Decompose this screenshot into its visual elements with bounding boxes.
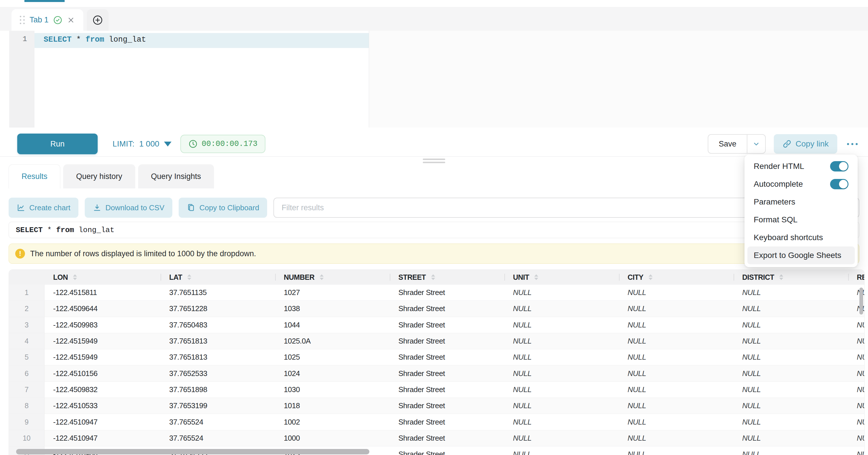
column-header[interactable]: RE (848, 270, 865, 285)
cell-city: NULL (619, 430, 734, 446)
column-header[interactable]: DISTRICT (734, 270, 848, 285)
cell-city: NULL (619, 301, 734, 316)
cell-lon: -122.4510533 (44, 398, 161, 414)
row-number: 3 (9, 317, 44, 333)
drag-grip-icon[interactable] (20, 16, 25, 24)
cell-district: NULL (734, 365, 848, 381)
sort-icon[interactable] (779, 274, 783, 280)
sort-icon[interactable] (73, 274, 77, 280)
column-header[interactable]: STREET (390, 270, 504, 285)
download-icon (93, 203, 101, 212)
column-header[interactable]: LON (44, 270, 161, 285)
cell-region: NULL (848, 446, 865, 455)
sql-editor[interactable]: 1 SELECT * from long_lat (0, 31, 868, 127)
cell-region: NULL (848, 365, 865, 381)
cell-street: Shrader Street (390, 349, 504, 365)
cell-lon: -122.4510947 (44, 414, 161, 430)
cell-street: Shrader Street (390, 382, 504, 398)
toggle-switch[interactable] (830, 179, 848, 189)
save-options-button[interactable] (747, 135, 765, 153)
panel-resize-handle[interactable] (423, 158, 445, 163)
cell-district: NULL (734, 446, 848, 455)
row-number: 4 (9, 333, 44, 349)
sort-icon[interactable] (320, 274, 324, 280)
sort-icon[interactable] (649, 274, 653, 280)
results-tab[interactable]: Results (9, 164, 60, 188)
run-button[interactable]: Run (17, 133, 98, 154)
cell-unit: NULL (504, 414, 619, 430)
plus-circle-icon (92, 14, 103, 26)
table-row: 3 -122.4509983 37.7650483 1044 Shrader S… (9, 317, 864, 333)
row-number: 6 (9, 365, 44, 381)
cell-lat: 37.7650483 (161, 317, 275, 333)
results-tab[interactable]: Query history (63, 164, 135, 188)
cell-lon: -122.4509983 (44, 317, 161, 333)
cell-number: 1038 (275, 301, 390, 316)
cell-lat: 37.7651813 (161, 333, 275, 349)
cell-district: NULL (734, 382, 848, 398)
table-row: 5 -122.4515949 37.7651813 1025 Shrader S… (9, 349, 864, 365)
sort-icon[interactable] (534, 274, 538, 280)
menu-item[interactable]: Keyboard shortcuts (747, 229, 855, 246)
toggle-switch[interactable] (830, 161, 848, 172)
cell-lon: -122.4510947 (44, 430, 161, 446)
copy-clipboard-button[interactable]: Copy to Clipboard (179, 198, 267, 218)
execution-timer: 00:00:00.173 (180, 135, 266, 153)
cell-region: NULL (848, 333, 865, 349)
horizontal-scrollbar-thumb[interactable] (16, 449, 369, 454)
cell-street: Shrader Street (390, 285, 504, 300)
column-header[interactable]: UNIT (504, 270, 619, 285)
cell-number: 1000 (275, 430, 390, 446)
cell-unit: NULL (504, 301, 619, 316)
cell-district: NULL (734, 430, 848, 446)
query-tab[interactable]: Tab 1 (11, 9, 83, 31)
sort-icon[interactable] (431, 274, 435, 280)
limit-dropdown[interactable]: LIMIT: 1 000 (113, 133, 172, 154)
row-number-header (9, 270, 44, 285)
cell-number: 1002 (275, 414, 390, 430)
chart-icon (17, 203, 25, 212)
save-button[interactable]: Save (708, 135, 747, 153)
cell-city: NULL (619, 285, 734, 300)
menu-item[interactable]: Render HTML (747, 157, 855, 175)
menu-item[interactable]: Autocomplete (747, 175, 855, 193)
results-tab[interactable]: Query Insights (138, 164, 214, 188)
column-header[interactable]: LAT (161, 270, 275, 285)
cell-district: NULL (734, 398, 848, 414)
menu-item[interactable]: Export to Google Sheets (747, 246, 855, 264)
cell-number: 1025 (275, 349, 390, 365)
link-icon (782, 139, 792, 149)
download-csv-button[interactable]: Download to CSV (85, 198, 172, 218)
cell-district: NULL (734, 285, 848, 300)
column-header[interactable]: NUMBER (275, 270, 390, 285)
column-header[interactable]: CITY (619, 270, 734, 285)
cell-street: Shrader Street (390, 333, 504, 349)
cell-region: NULL (848, 414, 865, 430)
cell-city: NULL (619, 446, 734, 455)
sql-code-line[interactable]: SELECT * from long_lat (44, 35, 146, 44)
cell-city: NULL (619, 349, 734, 365)
copy-link-button[interactable]: Copy link (774, 134, 837, 154)
menu-item[interactable]: Format SQL (747, 211, 855, 229)
sort-icon[interactable] (187, 274, 191, 280)
cell-lat: 37.7651898 (161, 382, 275, 398)
cell-street: Shrader Street (390, 317, 504, 333)
table-row: 1 -122.4515811 37.7651135 1027 Shrader S… (9, 285, 864, 301)
table-row: 4 -122.4515949 37.7651813 1025.0A Shrade… (9, 333, 864, 349)
vertical-scrollbar-thumb[interactable] (859, 287, 863, 314)
cell-district: NULL (734, 349, 848, 365)
cell-city: NULL (619, 317, 734, 333)
cell-unit: NULL (504, 333, 619, 349)
create-chart-button[interactable]: Create chart (9, 198, 79, 218)
more-options-button[interactable] (845, 140, 859, 148)
cell-lat: 37.7653199 (161, 398, 275, 414)
line-number: 1 (22, 35, 27, 43)
cell-lon: -122.4515949 (44, 349, 161, 365)
cell-unit: NULL (504, 382, 619, 398)
cell-region: NULL (848, 349, 865, 365)
new-tab-button[interactable] (87, 9, 108, 31)
close-tab-icon[interactable] (67, 16, 75, 24)
save-split-button: Save (708, 134, 766, 154)
editor-gutter: 1 (9, 31, 34, 127)
menu-item[interactable]: Parameters (747, 193, 855, 211)
